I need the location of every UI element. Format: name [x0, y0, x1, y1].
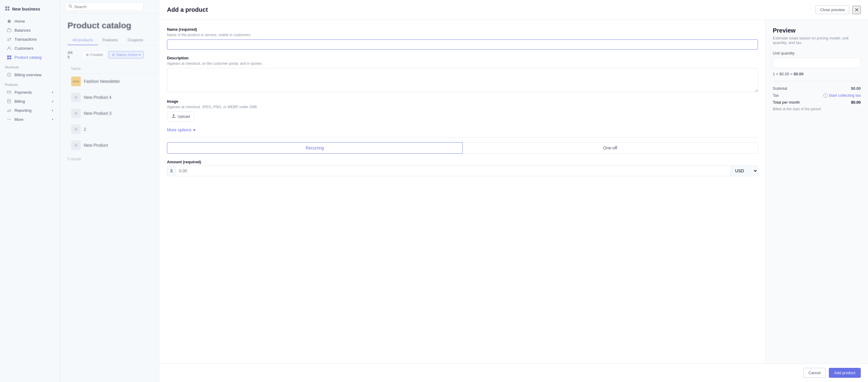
total-value: $0.00: [851, 100, 861, 104]
start-collecting-tax-link[interactable]: i Start collecting tax: [824, 93, 861, 98]
subtotal-value: $0.00: [851, 86, 861, 91]
billed-note: Billed at the start of the period: [773, 107, 861, 111]
description-label: Description: [167, 56, 758, 60]
pricing-tabs: Recurring One-off: [167, 142, 758, 154]
amount-input[interactable]: [176, 166, 731, 176]
unit-quantity-label: Unit quantity: [773, 51, 861, 56]
modal-header-actions: Close preview ✕: [815, 5, 861, 14]
image-field-group: Image Appears at checkout. JPEG, PNG, or…: [167, 99, 758, 121]
name-label: Name (required): [167, 27, 758, 32]
add-product-button[interactable]: Add product: [829, 368, 861, 378]
tax-label: Tax: [773, 93, 779, 98]
chevron-down-icon: ▾: [193, 127, 195, 132]
currency-select[interactable]: USD EUR GBP: [731, 166, 758, 176]
modal-body: Name (required) Name of the product or s…: [160, 20, 868, 363]
upload-button[interactable]: Upload: [167, 112, 194, 121]
total-label: Total per month: [773, 100, 800, 104]
pricing-tab-one-off[interactable]: One-off: [463, 142, 758, 154]
preview-subtitle: Estimate totals based on pricing model, …: [773, 36, 861, 45]
pricing-tab-recurring[interactable]: Recurring: [167, 142, 463, 154]
more-options-label: More options: [167, 127, 191, 132]
subtotal-label: Subtotal: [773, 86, 787, 91]
modal-title: Add a product: [167, 6, 208, 13]
description-field-group: Description Appears at checkout, on the …: [167, 56, 758, 93]
modal-header: Add a product Close preview ✕: [160, 0, 868, 20]
name-field-group: Name (required) Name of the product or s…: [167, 27, 758, 50]
currency-symbol: $: [167, 166, 176, 176]
upload-icon: [172, 114, 176, 119]
image-label: Image: [167, 99, 758, 104]
modal-panel: Add a product Close preview ✕ Name (requ…: [160, 0, 868, 382]
info-icon: i: [824, 93, 828, 98]
close-modal-button[interactable]: ✕: [852, 6, 861, 14]
amount-label: Amount (required): [167, 160, 758, 164]
preview-title: Preview: [773, 27, 861, 34]
description-input[interactable]: [167, 68, 758, 92]
cancel-button[interactable]: Cancel: [803, 368, 826, 378]
section-divider: [167, 137, 758, 137]
modal-preview: Preview Estimate totals based on pricing…: [766, 20, 868, 363]
subtotal-row: Subtotal $0.00: [773, 86, 861, 91]
modal-footer: Cancel Add product: [160, 363, 868, 382]
more-options-button[interactable]: More options ▾: [167, 127, 195, 132]
description-hint: Appears at checkout, on the customer por…: [167, 61, 758, 66]
tax-row: Tax i Start collecting tax: [773, 93, 861, 98]
name-hint: Name of the product or service, visible …: [167, 33, 758, 37]
preview-calculation: 1 × $0.00 = $0.00: [773, 72, 861, 76]
total-row: Total per month $0.00: [773, 100, 861, 104]
amount-field-group: Amount (required) $ USD EUR GBP: [167, 160, 758, 176]
modal-container: Add a product Close preview ✕ Name (requ…: [60, 0, 868, 382]
modal-form: Name (required) Name of the product or s…: [160, 20, 766, 363]
close-preview-button[interactable]: Close preview: [815, 5, 849, 14]
name-input[interactable]: [167, 39, 758, 50]
unit-quantity-input[interactable]: 1: [773, 58, 861, 68]
amount-input-group: $ USD EUR GBP: [167, 165, 758, 176]
image-hint: Appears at checkout. JPEG, PNG, or WEBP …: [167, 105, 758, 109]
main-content: Product catalog All products Features Co…: [60, 0, 868, 382]
